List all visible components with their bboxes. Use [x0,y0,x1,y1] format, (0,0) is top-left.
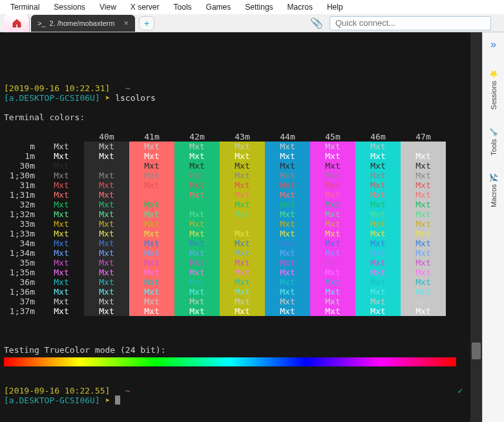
truecolor-gradient [4,357,456,366]
table-row: 1;33mMxtMxtMxtMxtMxtMxtMxtMxtMxt [4,229,478,238]
menu-help[interactable]: Help [327,3,343,12]
close-icon[interactable]: × [123,18,129,28]
menu-x-server[interactable]: X server [131,3,160,12]
cursor [115,396,120,405]
right-sidebar: » Sessions⭐Tools🔧Macros✈️ [482,32,504,422]
tab-bar: >_ 2. /home/mobaxterm × + 📎 [0,14,504,32]
table-row: 1;30mMxtMxtMxtMxtMxtMxtMxtMxtMxt [4,171,478,180]
menu-view[interactable]: View [100,3,116,12]
terminal-pane[interactable]: ✓ [2019-09-16 10:22.31] ~[a.DESKTOP-GCSI… [0,32,482,422]
table-header: 40m41m42m43m44m45m46m47m [4,132,478,142]
tab-title: 2. /home/mobaxterm [50,19,115,27]
timestamp: [2019-09-16 10:22.31] [4,83,110,93]
table-row: 31mMxtMxtMxtMxtMxtMxtMxtMxtMxt [4,180,478,190]
menu-macros[interactable]: Macros [288,3,313,12]
table-row: 35mMxtMxtMxtMxtMxtMxtMxtMxtMxt [4,258,478,268]
tab-terminal[interactable]: >_ 2. /home/mobaxterm × [31,15,135,32]
sidebar-tab-tools[interactable]: Tools🔧 [489,128,498,156]
menu-terminal[interactable]: Terminal [10,3,39,12]
table-row: 1;37mMxtMxtMxtMxtMxtMxtMxtMxtMxt [4,306,478,316]
table-row: 1;34mMxtMxtMxtMxtMxtMxtMxtMxtMxt [4,248,478,258]
truecolor-title: Testing TrueColor mode (24 bit): [4,345,165,355]
menu-games[interactable]: Games [206,3,231,12]
chevron-right-icon[interactable]: » [490,39,496,50]
paperclip-icon[interactable]: 📎 [310,17,323,29]
table-row: 1;35mMxtMxtMxtMxtMxtMxtMxtMxtMxt [4,268,478,277]
menu-tools[interactable]: Tools [174,3,192,12]
menu-settings[interactable]: Settings [245,3,273,12]
table-row: 33mMxtMxtMxtMxtMxtMxtMxtMxtMxt [4,219,478,229]
sidebar-tab-macros[interactable]: Macros✈️ [489,173,498,207]
section-title: Terminal colors: [4,112,85,122]
menubar: TerminalSessionsViewX serverToolsGamesSe… [0,0,504,14]
quick-connect-input[interactable] [330,16,491,30]
home-icon [12,18,22,28]
menu-sessions[interactable]: Sessions [54,3,85,12]
add-tab-button[interactable]: + [139,16,154,30]
table-row: 30mMxtMxtMxtMxtMxtMxtMxtMxtMxt [4,161,478,171]
terminal-prompt-icon: >_ [37,19,46,27]
command: lscolors [115,93,156,103]
table-row: 1;31mMxtMxtMxtMxtMxtMxtMxtMxtMxt [4,190,478,200]
table-row: 37mMxtMxtMxtMxtMxtMxtMxtMxtMxt [4,297,478,306]
sidebar-tab-sessions[interactable]: Sessions⭐ [489,70,498,110]
scrollbar[interactable] [470,32,482,422]
table-row: 36mMxtMxtMxtMxtMxtMxtMxtMxtMxt [4,277,478,287]
table-row: 34mMxtMxtMxtMxtMxtMxtMxtMxtMxt [4,238,478,248]
table-row: 32mMxtMxtMxtMxtMxtMxtMxtMxtMxt [4,200,478,209]
scrollbar-thumb[interactable] [472,343,481,359]
table-row: 1;36mMxtMxtMxtMxtMxtMxtMxtMxtMxt [4,287,478,297]
hostname: [a.DESKTOP-GCSI06U] [4,93,100,103]
home-tab[interactable] [4,14,30,32]
table-row: mMxtMxtMxtMxtMxtMxtMxtMxtMxt [4,142,478,151]
table-row: 1;32mMxtMxtMxtMxtMxtMxtMxtMxtMxt [4,209,478,219]
table-row: 1mMxtMxtMxtMxtMxtMxtMxtMxtMxt [4,151,478,161]
